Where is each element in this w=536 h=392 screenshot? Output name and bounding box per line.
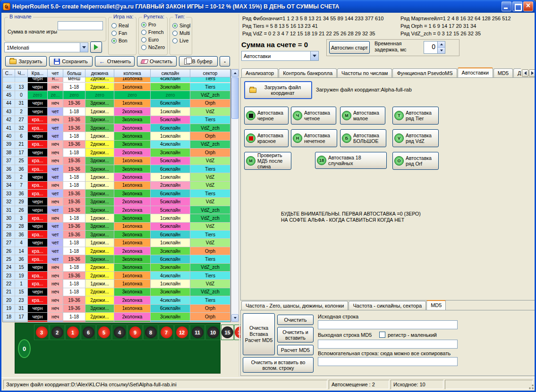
title-bar[interactable]: HelperRoullet 5.0- create helperroullet@… — [0, 0, 536, 13]
md5-calc-button[interactable]: Расчет MD5 — [277, 345, 314, 355]
radio-option-Bon[interactable]: Bon — [111, 37, 129, 44]
bottom-tab-0[interactable]: Частота - Zero, шансы, дюжины, колонки — [241, 301, 348, 310]
spin-row-29[interactable]: 2928чернчет19-363дюжи...1колонка5сиклайн… — [3, 223, 230, 231]
column-header-6[interactable]: колонка — [114, 69, 151, 77]
bet-button-2[interactable]: МАвтоставка малое — [340, 107, 385, 125]
spin-row-17[interactable]: 1736кра...чет19-363дюжи...3колонка6сикла… — [3, 321, 230, 322]
resize-grip[interactable] — [528, 384, 534, 390]
radio-option-Live[interactable]: Live — [172, 37, 190, 44]
spin-row-36[interactable]: 3636кра...чет19-363дюжи...3колонка6сикла… — [3, 165, 230, 173]
play-button[interactable] — [90, 42, 102, 53]
md5-output-input[interactable] — [318, 340, 458, 349]
load-button[interactable]: Загрузить — [5, 56, 47, 67]
main-tab-5[interactable]: MD5 — [493, 68, 513, 77]
minimize-button[interactable] — [502, 1, 511, 11]
panel-divider[interactable] — [239, 14, 239, 376]
main-tab-0[interactable]: Анализатор — [241, 68, 278, 77]
board-number-4[interactable]: 4 — [112, 325, 127, 340]
scrollbar-thumb[interactable] — [231, 77, 238, 119]
bet-button-6[interactable]: БАвтоставка БОЛЬШОЕ — [340, 129, 386, 147]
bottom-tab-2[interactable]: MD5 — [426, 300, 446, 310]
scroll-down-icon[interactable] — [231, 314, 238, 322]
board-number-0[interactable]: 0 — [18, 339, 31, 358]
column-header-1[interactable]: Ч... — [15, 69, 28, 77]
board-number-9[interactable]: 9 — [128, 325, 143, 340]
board-number-1[interactable]: 1 — [65, 325, 80, 340]
spin-row-39[interactable]: 3921кра...неч19-362дюжи...3колонка4сикла… — [3, 141, 230, 149]
clear-button[interactable]: Очистить — [137, 56, 177, 67]
spin-row-30[interactable]: 303кра...неч1-181дюжи...3колонка1сиклайн… — [3, 214, 230, 222]
spin-row-31[interactable]: 3126чернчет19-363дюжи...2колонка5сиклайн… — [3, 206, 230, 214]
spin-row-40[interactable]: 406чернчет1-181дюжи...3колонка1сиклайнOr… — [3, 132, 230, 140]
tab-scroll-right-icon[interactable] — [529, 69, 536, 77]
bet-button-7[interactable]: VАвтоставка ряд VdZ — [392, 129, 439, 147]
spin-row-27[interactable]: 274чернчет1-181дюжи...1колонка1сиклайнVd… — [3, 239, 230, 247]
bet-button-1[interactable]: ЧАвтоставка четное — [291, 107, 336, 125]
load-coordinates-button[interactable]: Загрузить файл координат — [244, 81, 312, 99]
radio-option-French[interactable]: French — [141, 28, 165, 36]
spin-row-35[interactable]: 352чернчет1-181дюжи...2колонка1сиклайнVd… — [3, 173, 230, 181]
autobets-combobox[interactable]: Автоставки — [241, 51, 319, 61]
spin-row-25[interactable]: 2536кра...чет19-363дюжи...3колонка6сикла… — [3, 255, 230, 263]
save-button[interactable]: Сохранить — [49, 56, 93, 67]
main-tab-4[interactable]: Автоставки — [458, 67, 493, 77]
md5-clear-paste-button[interactable]: Очистить и вставить — [277, 327, 314, 342]
radio-option-Real[interactable]: Real — [111, 22, 129, 29]
autospin-button[interactable]: Автоспин старт — [329, 41, 370, 54]
register-checkbox[interactable]: регистр - маленький — [379, 332, 437, 338]
spinner-up-icon[interactable] — [438, 42, 445, 48]
scroll-up-icon[interactable] — [231, 69, 238, 77]
board-number-6[interactable]: 6 — [81, 325, 96, 340]
bet-button-5[interactable]: НАвтоставка нечетное — [291, 129, 337, 147]
md5-clear-aux-button[interactable]: Очистить и вставить во вспом. строку — [243, 357, 314, 373]
spin-row-38[interactable]: 3817черннеч1-182дюжи...2колонка3сиклайнO… — [3, 149, 230, 157]
spin-row-45[interactable]: 450zeroze...zerozerozerozeroVdZ_zch — [3, 91, 230, 99]
radio-option-Pro[interactable]: Pro — [141, 21, 165, 28]
spin-row-21[interactable]: 2115черннеч1-182дюжи...3колонка3сиклайнV… — [3, 288, 230, 296]
md5-source-input[interactable] — [318, 320, 458, 329]
start-sum-input[interactable] — [58, 21, 103, 30]
main-tab-3[interactable]: Функционал PsevdoMS — [392, 68, 457, 77]
spin-row-37[interactable]: 3725кра...неч19-363дюжи...1колонка5сикла… — [3, 157, 230, 165]
column-header-5[interactable]: дюжина — [85, 69, 114, 77]
radio-option-NoZero[interactable]: NoZero — [141, 43, 165, 51]
board-number-15[interactable]: 15 — [221, 325, 234, 340]
main-tab-1[interactable]: Контроль банкролла — [279, 68, 337, 77]
delay-spinner[interactable]: 0 — [424, 41, 445, 54]
spin-row-20[interactable]: 2023кра...неч19-362дюжи...2колонка4сикла… — [3, 296, 230, 304]
main-tab-2[interactable]: Частоты по числам — [337, 68, 392, 77]
md5-clear-button[interactable]: Очистить — [277, 315, 314, 325]
combo-dropdown-icon[interactable] — [80, 43, 88, 52]
spin-row-41[interactable]: 4132кра...чет19-363дюжи...2колонка6сикла… — [3, 124, 230, 132]
board-number-12[interactable]: 12 — [174, 325, 189, 340]
column-header-3[interactable]: чет — [48, 69, 63, 77]
radio-option-Singl[interactable]: Singl — [172, 22, 190, 29]
board-number-2[interactable]: 2 — [50, 325, 65, 340]
column-header-7[interactable]: сиклайн — [151, 69, 190, 77]
spinner-down-icon[interactable] — [438, 48, 445, 53]
spin-row-19[interactable]: 1931черннеч19-363дюжи...1колонка6сиклайн… — [3, 305, 230, 313]
profile-combobox[interactable]: 1Melonati — [4, 42, 88, 52]
board-number-11[interactable]: 11 — [190, 325, 205, 340]
table-scrollbar[interactable] — [231, 69, 239, 322]
close-button[interactable] — [523, 1, 533, 11]
spin-row-28[interactable]: 2836кра...чет19-363дюжи...3колонка6сикла… — [3, 231, 230, 239]
undo-button[interactable]: Отменить — [95, 56, 135, 67]
column-header-0[interactable]: С... — [3, 69, 15, 77]
bet-button-10[interactable]: ОАвтоставка ряд Orf — [392, 152, 439, 170]
bet-button-0[interactable]: Автоставка черное — [244, 107, 289, 125]
bet-button-3[interactable]: ТАвтоставка ряд Tier — [392, 107, 439, 125]
column-header-8[interactable]: сектор — [190, 69, 230, 77]
spin-row-23[interactable]: 2319кра...неч19-362дюжи...1колонка4сикла… — [3, 272, 230, 280]
spin-row-32[interactable]: 3229черннеч19-363дюжи...2колонка5сиклайн… — [3, 198, 230, 206]
spin-row-partial[interactable]: чернн...менш2дюжи...1колонка4сиклайнTier… — [3, 77, 230, 83]
board-number-10[interactable]: 10 — [205, 325, 221, 340]
spin-row-18[interactable]: 1817черннеч1-182дюжи...2колонка3сиклайнO… — [3, 313, 230, 321]
maximize-button[interactable] — [512, 1, 522, 11]
spin-row-43[interactable]: 432чернчет1-181дюжи...2колонка1сиклайнVd… — [3, 108, 230, 116]
spin-row-44[interactable]: 4431черннеч19-363дюжи...1колонка6сиклайн… — [3, 100, 230, 108]
combo-dropdown-icon[interactable] — [310, 51, 318, 60]
collapse-button[interactable]: - — [220, 56, 230, 67]
bet-button-8[interactable]: МПроверить МД5 после спина — [244, 152, 291, 170]
column-header-4[interactable]: больш — [63, 69, 85, 77]
